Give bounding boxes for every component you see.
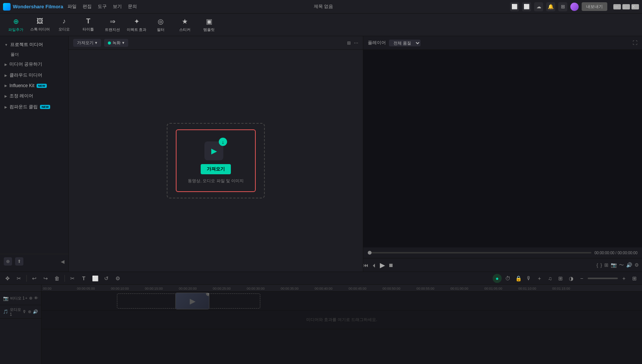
tool-template-label: 템플릿 [203, 27, 215, 32]
audio-track-label: 🎵 오디오 1 🎙 ⊕ 🔊 [0, 305, 41, 319]
zoom-in-button[interactable]: + [619, 274, 628, 283]
grid-icon[interactable]: ⊞ [558, 2, 567, 11]
project-media-header[interactable]: ▼ 프로젝트 미디어 [0, 39, 68, 50]
delete-button[interactable]: 🗑 [52, 274, 61, 283]
tool-filter[interactable]: ◎ 필터 [149, 15, 172, 35]
influence-kit-label: Influence Kit [9, 83, 34, 88]
split-screen-icon[interactable]: ⬜ [522, 2, 531, 11]
mark-out-icon[interactable]: } [601, 262, 602, 268]
new-folder-icon[interactable]: ⊕ [4, 257, 12, 266]
export-button[interactable]: 내보내기 [582, 2, 607, 11]
preview-panel: 플레이어 전체 품질 ⛶ 00:00:00:00 / 00:00:00:00 ⏮… [363, 36, 642, 272]
minimize-button[interactable]: — [613, 4, 621, 9]
mic-button[interactable]: 🎙 [524, 274, 533, 283]
video-track-copy-icon[interactable]: ⊕ [29, 296, 32, 301]
snapshot-icon[interactable]: 📷 [611, 262, 617, 268]
tool-stock-media[interactable]: 🖼 스톡 미디어 [29, 15, 51, 35]
add-to-timeline-icon[interactable]: ⊞ [604, 262, 608, 268]
maximize-button[interactable]: □ [622, 4, 630, 9]
tool-transitions[interactable]: ⇒ 트랜지션 [101, 15, 124, 35]
menu-view[interactable]: 보기 [113, 3, 122, 10]
menu-tools[interactable]: 도구 [98, 3, 107, 10]
sidebar-item-compound-clip[interactable]: ▶ 컴파운드 클립 NEW [0, 101, 68, 112]
filter-layout-icon[interactable]: ⊞ [347, 40, 351, 46]
stop-button[interactable]: ⏹ [388, 262, 393, 268]
zoom-slider[interactable] [588, 278, 618, 279]
split-audio-button[interactable]: ⊞ [556, 274, 565, 283]
audio-track-add-icon[interactable]: 🎙 [22, 309, 26, 314]
window-title: 제목 없음 [314, 3, 333, 10]
rotate-button[interactable]: ↺ [102, 274, 111, 283]
audio-track-row: 미디어와 효과를 여기로 드래그하세요. [41, 310, 642, 329]
audio-track-volume-icon[interactable]: 🔊 [33, 309, 38, 314]
zoom-out-button[interactable]: − [577, 274, 586, 283]
video-track-add-icon[interactable]: + [25, 296, 28, 301]
sidebar-item-media-share[interactable]: ▶ 미디어 공유하기 [0, 59, 68, 70]
cloud-media-arrow: ▶ [5, 74, 7, 77]
select-tool-button[interactable]: ✥ [3, 274, 12, 283]
audio-track-copy-icon[interactable]: ⊕ [28, 309, 31, 314]
sort-dropdown[interactable]: 가져오기 ▾ [73, 39, 101, 47]
ruler-mark-10: 00:00:50:00 [382, 287, 416, 290]
tool-audio[interactable]: ♪ 오디오 [53, 15, 75, 35]
frame-back-button[interactable]: ⏴ [372, 262, 377, 268]
title-bar-left: Wondershare Filmora 파일 편집 도구 보기 문의 [3, 3, 137, 11]
close-button[interactable]: ✕ [631, 4, 639, 9]
ruler-mark-11: 00:00:55:00 [416, 287, 450, 290]
import-button[interactable]: 가져오기 [201, 164, 231, 174]
settings-icon[interactable]: ⚙ [634, 262, 639, 268]
lock-button[interactable]: 🔒 [514, 274, 523, 283]
menu-edit[interactable]: 편집 [83, 3, 92, 10]
video-track-name: 비디오 1 [10, 296, 25, 301]
cloud-icon[interactable]: ☁ [534, 2, 543, 11]
undo-button[interactable]: ↩ [30, 274, 39, 283]
skip-back-button[interactable]: ⏮ [363, 262, 369, 268]
timeline-scrub-handle[interactable] [368, 251, 372, 255]
play-button[interactable]: ▶ [380, 261, 385, 269]
project-media-arrow: ▼ [5, 43, 8, 47]
sidebar-item-cloud-media[interactable]: ▶ 클라우드 미디어 [0, 70, 68, 81]
more-options-icon[interactable]: ⋯ [354, 40, 358, 46]
redo-button[interactable]: ↪ [41, 274, 50, 283]
tool-file-add[interactable]: ⊕ 파일추가 [5, 15, 27, 35]
ruler-mark-13: 00:01:05:00 [484, 287, 518, 290]
preview-timeline-slider[interactable] [368, 252, 591, 253]
video-clip[interactable]: ▶ + [175, 293, 209, 309]
user-avatar[interactable] [570, 3, 579, 11]
audio-wave-icon[interactable]: 〜 [619, 262, 624, 269]
snap-toggle[interactable]: ● [493, 274, 502, 283]
sidebar-item-influence-kit[interactable]: ▶ Influence Kit NEW [0, 81, 68, 91]
screen-record-icon[interactable]: ⬜ [510, 2, 519, 11]
tool-effects[interactable]: ✦ 이펙트 효과 [125, 15, 148, 35]
crop-button[interactable]: ⬜ [91, 274, 100, 283]
import-inner-box[interactable]: ▶ ↓ 가져오기 동영상, 오디오 파일 및 이미지 [176, 129, 255, 192]
preview-fullscreen-icon[interactable]: ⛶ [633, 40, 637, 46]
text-button[interactable]: T [79, 274, 88, 283]
menu-file[interactable]: 파일 [68, 3, 77, 10]
quality-select[interactable]: 전체 품질 [389, 40, 421, 46]
mark-in-icon[interactable]: { [596, 262, 598, 268]
speed-tool[interactable]: ⏱ [503, 274, 512, 283]
coloring-button[interactable]: ◑ [567, 274, 576, 283]
video-track-eye-icon[interactable]: 👁 [34, 296, 38, 301]
timeline-settings-button[interactable]: ⊞ [630, 274, 639, 283]
menu-help[interactable]: 문의 [128, 3, 137, 10]
ai-audio-button[interactable]: ♫ [545, 274, 554, 283]
import-icon[interactable]: ⬆ [15, 257, 23, 266]
current-time-display: 00:00:00:00 / 00:00:00:00 [594, 251, 637, 255]
tool-sticker[interactable]: ★ 스티커 [174, 15, 196, 35]
record-button[interactable]: 녹화 ▾ [104, 39, 128, 47]
volume-icon[interactable]: 🔊 [626, 262, 632, 268]
tool-titles[interactable]: T 타이틀 [77, 15, 100, 35]
tool-template[interactable]: ▣ 템플릿 [198, 15, 220, 35]
sidebar-item-folder[interactable]: 폴더 [0, 50, 68, 59]
track-add-button[interactable]: + [535, 274, 544, 283]
audio-track-icons: 🎙 ⊕ 🔊 [22, 309, 38, 314]
sidebar-item-adjustment[interactable]: ▶ 조정 레이어 [0, 91, 68, 101]
tracks-content: ▶ + 미디어와 효과를 여기로 드래그하세요. [41, 292, 642, 364]
adjust-button[interactable]: ⚙ [113, 274, 122, 283]
trim-tool-button[interactable]: ✂ [14, 274, 23, 283]
collapse-panel-icon[interactable]: ◀ [61, 259, 65, 264]
cut-button[interactable]: ✂ [68, 274, 77, 283]
notification-icon[interactable]: 🔔 [546, 2, 555, 11]
